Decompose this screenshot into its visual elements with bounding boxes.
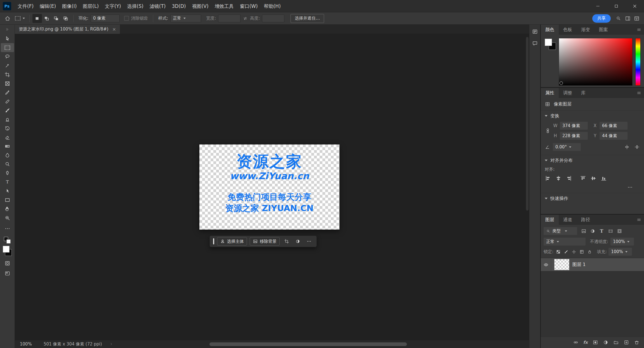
color-picker-marker[interactable]: [560, 81, 563, 85]
close-button[interactable]: [626, 0, 644, 12]
menu-type[interactable]: 文字(Y): [102, 0, 124, 12]
notes-panel-icon[interactable]: [531, 27, 539, 36]
align-bottom-icon[interactable]: [600, 175, 607, 182]
lock-all-icon[interactable]: [586, 249, 593, 255]
lock-transparent-pixels-icon[interactable]: [555, 249, 561, 255]
flip-horizontal-icon[interactable]: [624, 144, 630, 150]
minimize-button[interactable]: [589, 0, 607, 12]
menu-image[interactable]: 图像(I): [59, 0, 80, 12]
align-vertical-center-icon[interactable]: [590, 175, 597, 182]
tab-properties[interactable]: 属性: [541, 88, 559, 98]
status-options-chevron-icon[interactable]: [109, 342, 113, 346]
intersect-selection-mode-button[interactable]: [61, 14, 70, 23]
foreground-background-swatches[interactable]: [2, 246, 12, 256]
tab-channels[interactable]: 通道: [559, 215, 577, 225]
lock-artboard-icon[interactable]: [579, 249, 585, 255]
more-options-icon[interactable]: [627, 184, 633, 190]
tab-adjustments[interactable]: 调整: [559, 88, 577, 98]
transform-y-input[interactable]: 44 像素: [600, 132, 628, 140]
menu-3d[interactable]: 3D(D): [169, 0, 189, 12]
adjustments-icon[interactable]: [294, 237, 302, 245]
blend-mode-dropdown[interactable]: 正常: [544, 238, 586, 246]
close-tab-icon[interactable]: ×: [112, 27, 116, 32]
layer-visibility-eye-icon[interactable]: [541, 258, 551, 271]
filter-type-layers-icon[interactable]: T: [598, 227, 605, 235]
style-dropdown[interactable]: 正常: [170, 15, 201, 22]
saturation-brightness-field[interactable]: [559, 38, 633, 86]
select-and-mask-button[interactable]: 选择并遮住…: [291, 14, 324, 23]
hue-slider[interactable]: [635, 38, 641, 86]
menu-select[interactable]: 选择(S): [124, 0, 147, 12]
lock-image-pixels-icon[interactable]: [563, 249, 569, 255]
more-options-icon[interactable]: [305, 237, 313, 245]
zoom-tool[interactable]: [1, 213, 14, 222]
search-icon[interactable]: [616, 16, 621, 21]
edit-toolbar-icon[interactable]: [1, 224, 14, 233]
panel-menu-icon[interactable]: [634, 25, 644, 35]
new-adjustment-layer-icon[interactable]: [603, 340, 608, 345]
blur-tool[interactable]: [1, 151, 14, 160]
move-tool[interactable]: [1, 34, 14, 43]
layer-thumbnail[interactable]: [554, 259, 569, 270]
brush-tool[interactable]: [1, 106, 14, 115]
canvas-area[interactable]: 资源之家 www.ZiYuan.cn 免费热门项目每天分享 资源之家 ZIYUA…: [15, 34, 529, 340]
rectangular-marquee-tool[interactable]: [1, 43, 14, 52]
panel-menu-icon[interactable]: [634, 215, 644, 225]
foreground-color-swatch[interactable]: [545, 39, 552, 46]
menu-window[interactable]: 窗口(W): [237, 0, 261, 12]
new-group-icon[interactable]: [613, 340, 619, 345]
tool-preset-dropdown[interactable]: [15, 16, 25, 20]
flip-vertical-icon[interactable]: [634, 144, 640, 150]
height-input[interactable]: [262, 15, 284, 22]
feather-input[interactable]: 0 像素: [91, 15, 120, 22]
filter-shape-layers-icon[interactable]: [607, 227, 614, 235]
type-tool[interactable]: T: [1, 177, 14, 186]
menu-filter[interactable]: 滤镜(T): [147, 0, 169, 12]
remove-background-button[interactable]: 移除背景: [250, 237, 280, 246]
align-top-icon[interactable]: [580, 175, 586, 182]
tab-patterns[interactable]: 图案: [595, 25, 612, 35]
align-horizontal-center-icon[interactable]: [555, 175, 562, 182]
screen-mode-icon[interactable]: [1, 269, 14, 278]
lasso-tool[interactable]: [1, 52, 14, 61]
crop-image-icon[interactable]: [282, 237, 291, 245]
transform-width-input[interactable]: 374 像素: [560, 122, 588, 130]
crop-tool[interactable]: [1, 70, 14, 79]
width-input[interactable]: [218, 15, 240, 22]
pen-tool[interactable]: [1, 169, 14, 177]
quick-selection-tool[interactable]: [1, 61, 14, 70]
frame-tool[interactable]: [1, 79, 14, 88]
dodge-tool[interactable]: [1, 160, 14, 169]
tab-paths[interactable]: 路径: [577, 215, 595, 225]
comments-panel-icon[interactable]: [531, 39, 539, 48]
tab-swatches[interactable]: 色板: [559, 25, 577, 35]
workspace-layout-icon[interactable]: [625, 16, 631, 21]
transform-height-input[interactable]: 228 像素: [560, 132, 588, 140]
transform-x-input[interactable]: 66 像素: [600, 122, 628, 130]
hand-tool[interactable]: [1, 204, 14, 213]
link-layers-icon[interactable]: [573, 340, 579, 345]
tab-gradients[interactable]: 渐变: [577, 25, 595, 35]
select-subject-button[interactable]: 选择主体: [217, 237, 247, 246]
align-section-header[interactable]: 对齐并分布: [541, 155, 644, 166]
workspace-switcher-icon[interactable]: [634, 16, 640, 21]
add-to-selection-mode-button[interactable]: [42, 14, 51, 23]
menu-view[interactable]: 视图(V): [189, 0, 212, 12]
menu-edit[interactable]: 编辑(E): [37, 0, 59, 12]
lock-position-icon[interactable]: [571, 249, 577, 255]
add-layer-mask-icon[interactable]: [593, 340, 598, 345]
history-brush-tool[interactable]: [1, 124, 14, 133]
delete-layer-icon[interactable]: [634, 340, 640, 345]
rotation-angle-input[interactable]: 0.00°: [553, 143, 581, 151]
layer-filter-type-dropdown[interactable]: 类型: [544, 227, 577, 235]
new-layer-icon[interactable]: [624, 340, 629, 345]
rectangle-tool[interactable]: [1, 195, 14, 204]
layer-name[interactable]: 图层 1: [572, 262, 586, 268]
share-button[interactable]: 共享: [592, 14, 611, 23]
maximize-button[interactable]: [607, 0, 626, 12]
filter-smart-objects-icon[interactable]: [616, 227, 623, 235]
taskbar-drag-handle[interactable]: [213, 238, 214, 244]
tab-color[interactable]: 颜色: [541, 25, 559, 35]
quick-actions-section-header[interactable]: 快速操作: [541, 193, 644, 204]
transform-section-header[interactable]: 变换: [541, 110, 644, 121]
